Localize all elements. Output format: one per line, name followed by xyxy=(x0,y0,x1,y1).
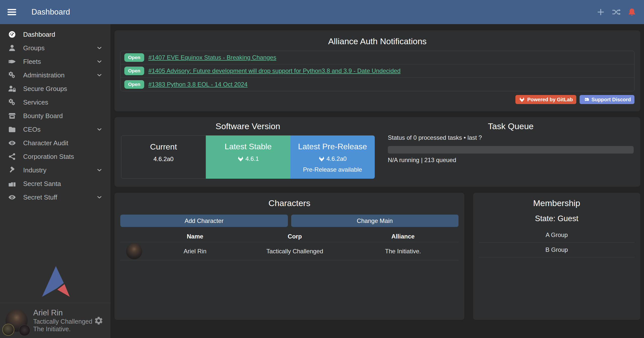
list-item: A Group xyxy=(479,228,634,243)
sidebar-item-fleets[interactable]: Fleets xyxy=(0,55,110,68)
notifications-list: Open #1407 EVE Equinox Status - Breaking… xyxy=(120,51,634,91)
task-queue-section: Task Queue Status of 0 processed tasks •… xyxy=(381,117,640,187)
version-cards: Current 4.6.2a0 Latest Stable 4.6.1 Late… xyxy=(121,135,375,179)
corp-logo-badge xyxy=(2,324,14,336)
gitlab-icon xyxy=(237,156,244,162)
task-queue-counts: N/A running | 213 queued xyxy=(388,157,634,164)
sidebar-item-secret-stuff[interactable]: Secret Stuff xyxy=(0,190,110,204)
notification-row: Open #1383 Python 3.8 EOL - 14 Oct 2024 xyxy=(121,78,634,91)
user-settings-gear-icon[interactable] xyxy=(94,316,103,325)
share-nodes-icon xyxy=(8,153,16,161)
ship-icon xyxy=(8,58,16,66)
membership-title: Membership xyxy=(479,198,634,208)
characters-panel: Characters Add Character Change Main Nam… xyxy=(115,193,464,320)
list-item: B Group xyxy=(479,243,634,257)
user-panel: Ariel Rin Tactically Challenged The Init… xyxy=(0,303,110,338)
hammer-icon xyxy=(8,166,16,174)
user-avatar xyxy=(6,310,28,332)
sidebar-item-administration[interactable]: Administration xyxy=(0,68,110,82)
header-alliance: Alliance xyxy=(348,233,459,240)
software-version-task-queue-panel: Software Version Current 4.6.2a0 Latest … xyxy=(115,117,640,187)
user-name: Ariel Rin xyxy=(33,308,92,318)
character-avatar xyxy=(126,243,142,259)
membership-panel: Membership State: Guest A Group B Group xyxy=(473,193,640,320)
membership-state: State: Guest xyxy=(479,214,634,223)
notification-row: Open #1405 Advisory: Future development … xyxy=(121,64,634,78)
sidebar-item-groups[interactable]: Groups xyxy=(0,41,110,55)
task-queue-progressbar xyxy=(388,146,634,154)
current-version-card: Current 4.6.2a0 xyxy=(121,135,206,179)
software-version-title: Software Version xyxy=(121,121,375,131)
navbar-actions xyxy=(596,8,636,17)
powered-by-gitlab-badge[interactable]: Powered by GitLab xyxy=(515,95,576,104)
gitlab-icon xyxy=(318,156,325,162)
user-icon xyxy=(8,44,16,52)
sidebar-item-bounty-board[interactable]: Bounty Board xyxy=(0,109,110,123)
user-corp: Tactically Challenged xyxy=(33,318,92,325)
latest-prerelease-card: Latest Pre-Release 4.6.2a0 Pre-Release a… xyxy=(290,135,375,179)
sidebar-footer: Ariel Rin Tactically Challenged The Init… xyxy=(0,266,110,338)
notifications-title: Alliance Auth Notifications xyxy=(120,36,634,46)
status-badge: Open xyxy=(124,53,144,62)
sidebar-item-dashboard[interactable]: Dashboard xyxy=(0,28,110,41)
sidebar: Dashboard Groups Fleets Administration S… xyxy=(0,24,110,338)
sidebar-item-character-audit[interactable]: Character Audit xyxy=(0,136,110,150)
sidebar-nav: Dashboard Groups Fleets Administration S… xyxy=(0,24,110,204)
shuffle-icon[interactable] xyxy=(612,8,621,17)
user-alliance: The Initiative. xyxy=(33,325,92,333)
sidebar-item-industry[interactable]: Industry xyxy=(0,163,110,177)
user-lock-icon xyxy=(8,85,16,93)
change-main-button[interactable]: Change Main xyxy=(291,215,459,227)
notification-link[interactable]: #1383 Python 3.8 EOL - 14 Oct 2024 xyxy=(148,81,248,88)
notification-link[interactable]: #1407 EVE Equinox Status - Breaking Chan… xyxy=(148,54,276,61)
notification-link[interactable]: #1405 Advisory: Future development will … xyxy=(148,67,401,74)
characters-table: Name Corp Alliance Ariel Rin Tactically … xyxy=(120,231,459,260)
status-badge: Open xyxy=(124,67,144,75)
membership-groups-list: A Group B Group xyxy=(479,228,634,257)
cell-corp: Tactically Challenged xyxy=(242,248,348,255)
gifts-icon xyxy=(8,180,16,188)
gears-icon xyxy=(8,98,16,106)
user-info: Ariel Rin Tactically Challenged The Init… xyxy=(33,308,92,333)
alliance-logo-badge xyxy=(19,325,30,336)
add-icon[interactable] xyxy=(596,8,605,17)
hamburger-menu-icon[interactable] xyxy=(7,7,17,17)
page-title: Dashboard xyxy=(31,8,70,17)
sidebar-item-services[interactable]: Services xyxy=(0,95,110,109)
software-version-section: Software Version Current 4.6.2a0 Latest … xyxy=(115,117,381,187)
status-badge: Open xyxy=(124,80,144,89)
alliance-auth-logo xyxy=(41,266,70,297)
header-name: Name xyxy=(148,233,242,240)
eye-icon xyxy=(8,139,16,147)
chevron-down-icon xyxy=(96,44,103,52)
folder-icon xyxy=(8,125,16,133)
discord-icon xyxy=(583,96,589,103)
notification-row: Open #1407 EVE Equinox Status - Breaking… xyxy=(121,51,634,64)
sidebar-item-ceos[interactable]: CEOs xyxy=(0,123,110,136)
characters-actions: Add Character Change Main xyxy=(120,215,459,227)
notifications-footer: Powered by GitLab Support Discord xyxy=(120,95,634,104)
support-discord-badge[interactable]: Support Discord xyxy=(580,95,634,104)
chevron-down-icon xyxy=(96,58,103,65)
task-queue-title: Task Queue xyxy=(388,121,634,131)
cell-name: Ariel Rin xyxy=(148,248,242,255)
header-corp: Corp xyxy=(242,233,348,240)
store-icon xyxy=(8,112,16,120)
notifications-bell-icon[interactable] xyxy=(627,8,636,17)
latest-stable-card: Latest Stable 4.6.1 xyxy=(206,135,290,179)
gitlab-icon xyxy=(519,96,525,103)
eye-icon xyxy=(8,193,16,201)
top-navbar: Dashboard xyxy=(0,0,644,24)
chevron-down-icon xyxy=(96,126,103,133)
table-header-row: Name Corp Alliance xyxy=(120,231,459,242)
sidebar-item-secure-groups[interactable]: Secure Groups xyxy=(0,82,110,95)
gauge-icon xyxy=(8,30,16,38)
alliance-auth-notifications-panel: Alliance Auth Notifications Open #1407 E… xyxy=(115,30,640,111)
task-queue-status: Status of 0 processed tasks • last ? xyxy=(388,134,634,141)
sidebar-item-secret-santa[interactable]: Secret Santa xyxy=(0,177,110,190)
chevron-down-icon xyxy=(96,72,103,79)
add-character-button[interactable]: Add Character xyxy=(120,215,288,227)
sidebar-item-corporation-stats[interactable]: Corporation Stats xyxy=(0,150,110,163)
chevron-down-icon xyxy=(96,194,103,201)
table-row: Ariel Rin Tactically Challenged The Init… xyxy=(120,242,459,260)
